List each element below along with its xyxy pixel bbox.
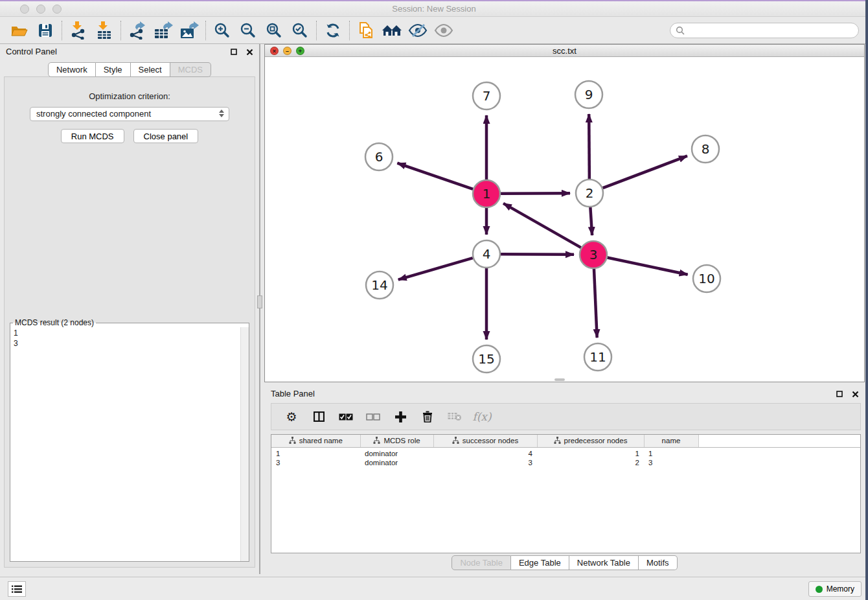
delete-column-button[interactable] — [417, 405, 439, 428]
close-panel-button[interactable] — [245, 47, 254, 56]
float-table-panel-button[interactable] — [835, 389, 844, 398]
table-cell[interactable]: dominator — [360, 457, 433, 468]
save-session-button[interactable] — [32, 19, 58, 42]
tab-mcds[interactable]: MCDS — [170, 62, 211, 77]
divider-handle-icon[interactable] — [257, 295, 262, 308]
delete-table-button[interactable] — [444, 405, 466, 428]
graph-node-4[interactable]: 4 — [473, 240, 500, 268]
graph-edge-3-1[interactable] — [503, 203, 581, 248]
open-file-button[interactable] — [6, 19, 32, 42]
column-header-filler — [698, 435, 860, 447]
graph-node-6[interactable]: 6 — [365, 143, 393, 170]
graph-edge-1-2[interactable] — [501, 193, 570, 194]
show-graphics-details-button[interactable] — [431, 19, 457, 42]
zoom-out-button[interactable] — [235, 19, 261, 42]
tab-select[interactable]: Select — [131, 62, 170, 77]
column-header-predecessor-nodes[interactable]: predecessor nodes — [537, 435, 644, 447]
function-builder-button[interactable]: f(x) — [471, 405, 493, 428]
window-titlebar: Session: New Session — [0, 1, 868, 17]
graph-node-9[interactable]: 9 — [575, 81, 602, 108]
column-header-name[interactable]: name — [644, 435, 698, 447]
graph-edge-3-11[interactable] — [594, 269, 597, 338]
clone-network-button[interactable] — [353, 19, 379, 42]
graph-edge-2-8[interactable] — [603, 156, 687, 189]
graph-edge-2-9[interactable] — [589, 114, 589, 179]
run-mcds-button[interactable]: Run MCDS — [61, 129, 124, 143]
table-cell[interactable]: 2 — [537, 457, 644, 468]
home-view-button[interactable] — [379, 19, 405, 42]
task-history-button[interactable] — [8, 581, 26, 597]
hide-graphics-details-button[interactable] — [405, 19, 431, 42]
select-all-columns-button[interactable] — [335, 405, 357, 428]
svg-text:14: 14 — [371, 277, 387, 293]
tree-icon — [373, 437, 380, 444]
close-panel-action-button[interactable]: Close panel — [133, 129, 199, 143]
graph-node-15[interactable]: 15 — [473, 345, 500, 373]
import-table-button[interactable] — [91, 19, 117, 42]
column-header-successor-nodes[interactable]: successor nodes — [433, 435, 537, 447]
panel-divider[interactable] — [259, 44, 260, 574]
import-network-button[interactable] — [65, 19, 91, 42]
network-window-titlebar[interactable]: × – + scc.txt — [265, 45, 864, 57]
table-cell[interactable]: 4 — [433, 447, 537, 457]
table-cell[interactable]: 1 — [644, 447, 698, 457]
result-scrollbar[interactable] — [240, 327, 249, 561]
control-panel-tabs: NetworkStyleSelectMCDS — [0, 62, 259, 77]
tab-node-table[interactable]: Node Table — [451, 555, 511, 570]
search-input[interactable] — [688, 25, 858, 36]
graph-edge-2-3[interactable] — [590, 207, 592, 235]
close-table-panel-button[interactable] — [851, 389, 860, 398]
import-network-icon — [70, 21, 87, 40]
zoom-fit-button[interactable] — [261, 19, 287, 42]
network-canvas[interactable]: 7968124314101511 — [265, 57, 864, 382]
export-network-button[interactable] — [124, 19, 150, 42]
graph-node-3[interactable]: 3 — [580, 241, 607, 268]
graph-node-8[interactable]: 8 — [692, 135, 719, 163]
zoom-selected-button[interactable] — [287, 19, 313, 42]
tab-network[interactable]: Network — [48, 62, 96, 77]
graph-edge-1-6[interactable] — [397, 163, 473, 189]
graph-node-1[interactable]: 1 — [473, 180, 500, 207]
tab-motifs[interactable]: Motifs — [639, 555, 678, 570]
tab-style[interactable]: Style — [96, 62, 131, 77]
table-cell[interactable]: 3 — [271, 457, 360, 468]
column-header-label: MCDS role — [383, 437, 420, 444]
table-row[interactable]: 3dominator323 — [271, 457, 860, 468]
table-cell[interactable]: dominator — [360, 447, 433, 457]
tab-network-table[interactable]: Network Table — [569, 555, 639, 570]
float-panel-button[interactable] — [229, 47, 238, 56]
memory-button[interactable]: Memory — [808, 581, 862, 597]
search-box[interactable] — [670, 23, 859, 38]
tab-edge-table[interactable]: Edge Table — [511, 555, 569, 570]
column-header-shared-name[interactable]: shared name — [271, 435, 360, 447]
refresh-layout-button[interactable] — [320, 19, 346, 42]
graph-edge-4-3[interactable] — [501, 254, 574, 255]
graph-node-14[interactable]: 14 — [366, 271, 393, 299]
export-image-button[interactable] — [176, 19, 202, 42]
table-cell[interactable]: 1 — [537, 447, 644, 457]
criterion-select[interactable]: strongly connected component — [30, 107, 229, 121]
graph-edge-3-10[interactable] — [608, 258, 688, 275]
table-cell[interactable]: 3 — [644, 457, 698, 468]
table-cell[interactable]: 3 — [433, 457, 537, 468]
table-cell[interactable]: 1 — [271, 447, 360, 457]
add-column-button[interactable] — [389, 405, 411, 428]
main-toolbar — [0, 17, 868, 44]
horizontal-scrollbar-thumb[interactable] — [554, 378, 565, 381]
zoom-in-button[interactable] — [209, 19, 235, 42]
table-row[interactable]: 1dominator411 — [271, 447, 860, 457]
graph-node-11[interactable]: 11 — [584, 343, 611, 371]
export-table-button[interactable] — [150, 19, 176, 42]
split-columns-button[interactable] — [308, 405, 330, 428]
mcds-result-text[interactable]: 13 — [10, 327, 240, 561]
graph-node-2[interactable]: 2 — [576, 179, 603, 207]
table-settings-button[interactable]: ⚙ — [280, 405, 303, 428]
zoom-in-icon — [214, 22, 231, 39]
network-window-title: scc.txt — [265, 46, 864, 56]
column-header-mcds-role[interactable]: MCDS role — [360, 435, 433, 447]
column-header-label: successor nodes — [463, 437, 518, 444]
graph-edge-4-14[interactable] — [398, 258, 473, 279]
graph-node-10[interactable]: 10 — [693, 265, 720, 292]
deselect-all-columns-button[interactable] — [362, 405, 384, 428]
graph-node-7[interactable]: 7 — [473, 82, 500, 110]
